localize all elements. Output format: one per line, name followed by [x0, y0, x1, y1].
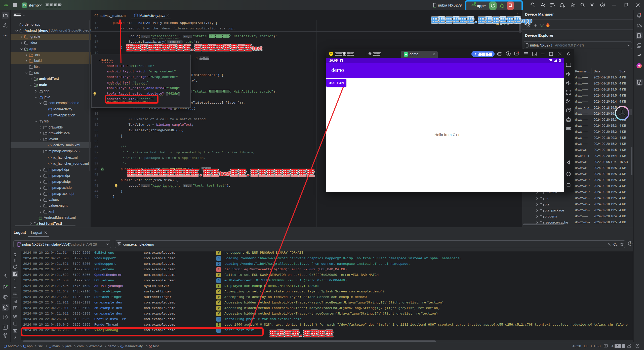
- svg-text:APK: APK: [567, 119, 571, 121]
- svg-text:?: ?: [630, 242, 631, 245]
